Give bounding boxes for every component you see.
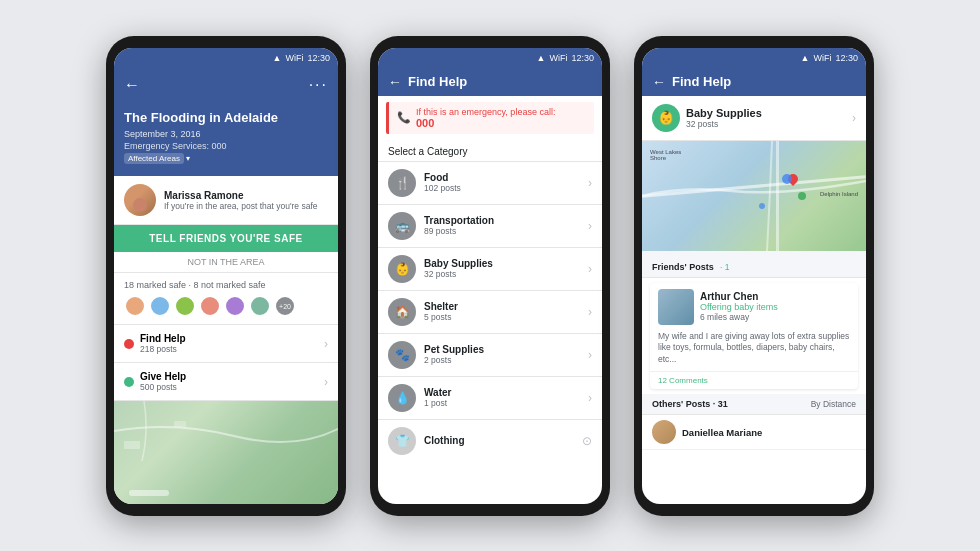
post-offering: Offering baby items [700, 302, 778, 312]
map-svg [642, 141, 866, 251]
faces-row: +20 [124, 295, 328, 317]
phone-1-header: ← ··· [114, 68, 338, 102]
food-chevron: › [588, 176, 592, 190]
user-card: Marissa Ramone If you're in the area, po… [114, 176, 338, 225]
menu-button-1[interactable]: ··· [309, 76, 328, 94]
give-help-dot [124, 377, 134, 387]
face-6 [249, 295, 271, 317]
find-help-dot [124, 339, 134, 349]
find-help-chevron: › [324, 337, 328, 351]
back-button-3[interactable]: ← [652, 74, 666, 90]
baby-supplies-name: Baby Supplies [686, 107, 762, 119]
others-posts-sort[interactable]: By Distance [811, 399, 856, 409]
wifi-icon-3: WiFi [813, 53, 831, 63]
time-2: 12:30 [571, 53, 594, 63]
find-help-label: Find Help [140, 333, 186, 344]
user-info: Marissa Ramone If you're in the area, po… [164, 190, 318, 211]
baby-chevron: › [588, 262, 592, 276]
category-shelter[interactable]: 🏠 Shelter 5 posts › [378, 290, 602, 333]
phone-1-screen: ▲ WiFi 12:30 ← ··· The Flooding in Adela… [114, 48, 338, 504]
baby-supplies-header: 👶 Baby Supplies 32 posts › [642, 96, 866, 141]
post-card[interactable]: Arthur Chen Offering baby items 6 miles … [650, 283, 858, 390]
give-help-chevron: › [324, 375, 328, 389]
user-subtitle: If you're in the area, post that you're … [164, 201, 318, 211]
post-comments[interactable]: 12 Comments [650, 371, 858, 389]
shelter-name: Shelter [424, 301, 458, 312]
category-pets[interactable]: 🐾 Pet Supplies 2 posts › [378, 333, 602, 376]
find-help-link[interactable]: Find Help 218 posts › [114, 325, 338, 363]
svg-rect-1 [174, 421, 186, 427]
category-food[interactable]: 🍴 Food 102 posts › [378, 161, 602, 204]
map-roads [114, 401, 338, 503]
shelter-icon: 🏠 [388, 298, 416, 326]
marked-label: 18 marked safe · 8 not marked safe [124, 280, 328, 290]
face-1 [124, 295, 146, 317]
find-help-count: 218 posts [140, 344, 186, 354]
water-chevron: › [588, 391, 592, 405]
affected-tag[interactable]: Affected Areas [124, 153, 184, 164]
not-in-area[interactable]: NOT IN THE AREA [114, 252, 338, 273]
face-5 [224, 295, 246, 317]
other-avatar [652, 420, 676, 444]
status-bar-2: ▲ WiFi 12:30 [378, 48, 602, 68]
face-2 [149, 295, 171, 317]
affected-areas: Affected Areas ▾ [124, 153, 328, 164]
pet-chevron: › [588, 348, 592, 362]
food-name: Food [424, 172, 461, 183]
face-count: +20 [274, 295, 296, 317]
category-baby[interactable]: 👶 Baby Supplies 32 posts › [378, 247, 602, 290]
transport-name: Transportation [424, 215, 494, 226]
emergency-num: 000 [416, 117, 555, 129]
back-button-2[interactable]: ← [388, 74, 402, 90]
friends-posts-section: Friends' Posts · 1 [642, 251, 866, 278]
back-button-1[interactable]: ← [124, 76, 140, 94]
baby-name: Baby Supplies [424, 258, 493, 269]
food-posts: 102 posts [424, 183, 461, 193]
water-posts: 1 post [424, 398, 451, 408]
map-strip [114, 401, 338, 503]
give-help-link[interactable]: Give Help 500 posts › [114, 363, 338, 401]
pet-icon: 🐾 [388, 341, 416, 369]
signal-icon: ▲ [273, 53, 282, 63]
category-water[interactable]: 💧 Water 1 post › [378, 376, 602, 419]
svg-point-4 [759, 203, 765, 209]
clothing-icon: 👕 [388, 427, 416, 455]
phone-1-hero: The Flooding in Adelaide September 3, 20… [114, 102, 338, 177]
food-icon: 🍴 [388, 169, 416, 197]
user-name: Marissa Ramone [164, 190, 318, 201]
svg-point-2 [782, 174, 792, 184]
baby-posts: 32 posts [424, 269, 493, 279]
post-name: Arthur Chen [700, 291, 778, 302]
clothing-name: Clothing [424, 435, 465, 446]
phone-1: ▲ WiFi 12:30 ← ··· The Flooding in Adela… [106, 36, 346, 516]
safe-button[interactable]: TELL FRIENDS YOU'RE SAFE [114, 225, 338, 252]
emergency-text: If this is an emergency, please call: [416, 107, 555, 117]
marked-safe-section: 18 marked safe · 8 not marked safe +20 [114, 273, 338, 325]
location-map: West LakesShore Delphin Island [642, 141, 866, 251]
transport-chevron: › [588, 219, 592, 233]
phone-icon: 📞 [397, 111, 411, 124]
phone-3-screen: ▲ WiFi 12:30 ← Find Help 👶 Baby Supplies… [642, 48, 866, 504]
wifi-icon: WiFi [285, 53, 303, 63]
category-section-label: Select a Category [378, 140, 602, 161]
phone-3-header: ← Find Help [642, 68, 866, 96]
other-post-row[interactable]: Daniellea Mariane [642, 415, 866, 450]
pet-name: Pet Supplies [424, 344, 484, 355]
post-avatar [658, 289, 694, 325]
signal-icon-2: ▲ [537, 53, 546, 63]
category-clothing[interactable]: 👕 Clothing ⊙ [378, 419, 602, 462]
friends-posts-count: · 1 [720, 262, 729, 272]
others-posts-count: · 31 [713, 399, 728, 409]
water-name: Water [424, 387, 451, 398]
signal-icon-3: ▲ [801, 53, 810, 63]
clothing-chevron: ⊙ [582, 434, 592, 448]
post-header: Arthur Chen Offering baby items 6 miles … [650, 283, 858, 331]
affected-chevron: ▾ [186, 154, 190, 163]
post-body: My wife and I are giving away lots of ex… [650, 331, 858, 372]
category-transport[interactable]: 🚌 Transportation 89 posts › [378, 204, 602, 247]
phone-2: ▲ WiFi 12:30 ← Find Help 📞 If this is an… [370, 36, 610, 516]
others-posts-label: Others' Posts [652, 399, 710, 409]
find-help-title-3: Find Help [672, 74, 731, 89]
wifi-icon-2: WiFi [549, 53, 567, 63]
other-name: Daniellea Mariane [682, 427, 762, 438]
